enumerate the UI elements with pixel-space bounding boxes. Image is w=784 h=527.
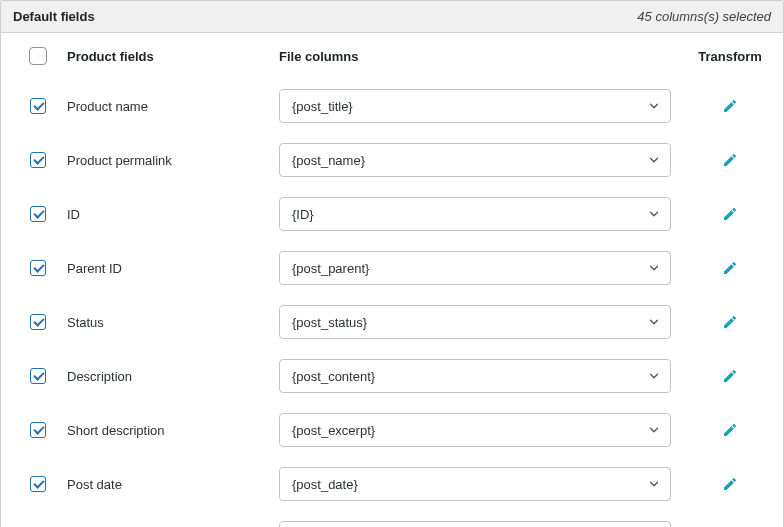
file-column-value: {post_status} [292,315,367,330]
row-checkbox[interactable] [30,152,46,168]
file-column-value: {ID} [292,207,314,222]
pencil-icon [722,368,738,384]
transform-edit-button[interactable] [719,311,741,333]
pencil-icon [722,314,738,330]
table-row: Post date {post_date} [1,457,783,511]
fields-table: Product fields File columns Transform Pr… [1,33,783,527]
table-row: Parent ID {post_parent} [1,241,783,295]
transform-edit-button[interactable] [719,365,741,387]
pencil-icon [722,476,738,492]
header-transform: Transform [698,49,762,64]
table-row: Post password {post_password} [1,511,783,527]
pencil-icon [722,98,738,114]
table-header-row: Product fields File columns Transform [1,33,783,79]
header-product-fields: Product fields [67,49,154,64]
transform-edit-button[interactable] [719,95,741,117]
table-row: ID {ID} [1,187,783,241]
file-column-select[interactable]: {post_content} [279,359,671,393]
product-field-label: Post date [67,477,122,492]
panel-title: Default fields [13,9,95,24]
product-field-label: Short description [67,423,165,438]
selected-count: 45 columns(s) selected [637,9,771,24]
row-checkbox[interactable] [30,314,46,330]
table-row: Status {post_status} [1,295,783,349]
product-field-label: Product permalink [67,153,172,168]
default-fields-panel: Default fields 45 columns(s) selected Pr… [0,0,784,527]
file-column-select[interactable]: {post_date} [279,467,671,501]
table-row: Product name {post_title} [1,79,783,133]
table-row: Product permalink {post_name} [1,133,783,187]
transform-edit-button[interactable] [719,419,741,441]
product-field-label: Description [67,369,132,384]
pencil-icon [722,152,738,168]
file-column-value: {post_name} [292,153,365,168]
pencil-icon [722,206,738,222]
file-column-select[interactable]: {post_status} [279,305,671,339]
file-column-value: {post_content} [292,369,375,384]
file-column-select[interactable]: {post_parent} [279,251,671,285]
row-checkbox[interactable] [30,368,46,384]
file-column-select[interactable]: {post_name} [279,143,671,177]
row-checkbox[interactable] [30,206,46,222]
file-column-value: {post_title} [292,99,353,114]
file-column-select[interactable]: {post_excerpt} [279,413,671,447]
pencil-icon [722,260,738,276]
transform-edit-button[interactable] [719,257,741,279]
product-field-label: Product name [67,99,148,114]
row-checkbox[interactable] [30,422,46,438]
product-field-label: ID [67,207,80,222]
file-column-value: {post_parent} [292,261,369,276]
header-file-columns: File columns [279,49,358,64]
file-column-value: {post_date} [292,477,358,492]
row-checkbox[interactable] [30,98,46,114]
table-row: Short description {post_excerpt} [1,403,783,457]
transform-edit-button[interactable] [719,203,741,225]
transform-edit-button[interactable] [719,149,741,171]
file-column-select[interactable]: {ID} [279,197,671,231]
panel-header: Default fields 45 columns(s) selected [1,1,783,33]
file-column-value: {post_excerpt} [292,423,375,438]
file-column-select[interactable]: {post_title} [279,89,671,123]
select-all-checkbox[interactable] [29,47,47,65]
product-field-label: Status [67,315,104,330]
pencil-icon [722,422,738,438]
product-field-label: Parent ID [67,261,122,276]
row-checkbox[interactable] [30,476,46,492]
table-row: Description {post_content} [1,349,783,403]
file-column-select[interactable]: {post_password} [279,521,671,527]
transform-edit-button[interactable] [719,473,741,495]
row-checkbox[interactable] [30,260,46,276]
